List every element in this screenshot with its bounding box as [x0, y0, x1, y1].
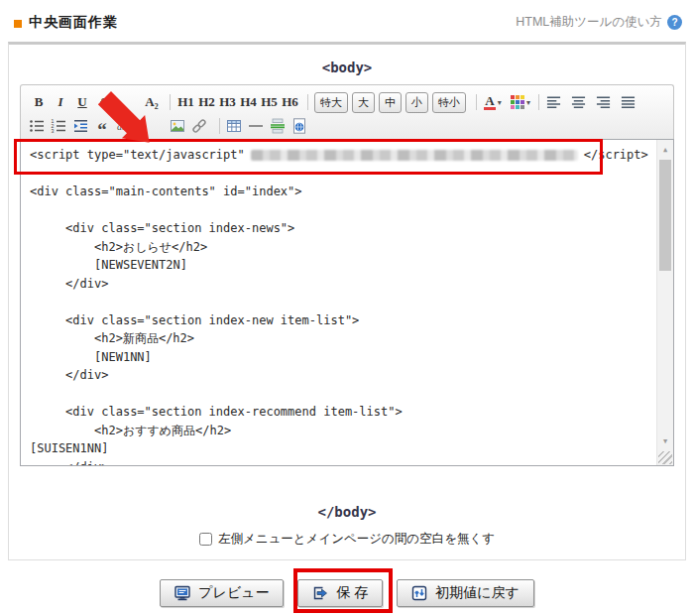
table-icon	[226, 118, 242, 134]
remove-gap-option: 左側メニューとメインページの間の空白を無くす	[9, 530, 685, 548]
italic-button[interactable]: I	[51, 92, 70, 112]
reset-button[interactable]: 初期値に戻す	[397, 579, 534, 607]
horizontal-rule-icon	[248, 118, 264, 134]
title-wrap: 中央画面作業	[14, 14, 118, 32]
color-palette-icon	[511, 95, 524, 109]
body-close-label: </body>	[9, 502, 685, 522]
align-justify-icon	[621, 95, 636, 110]
editor-panel: <body> B I U S A₂ H1 H2 H3 H4 H5 H6 特大 大…	[8, 42, 686, 560]
bullet-list-icon	[29, 118, 45, 134]
heading4-button[interactable]: H4	[239, 92, 258, 112]
indent-icon	[72, 118, 88, 134]
chevron-down-icon: ▾	[498, 98, 502, 107]
size-xxs-button[interactable]: 特小	[432, 92, 466, 113]
remove-gap-checkbox[interactable]	[199, 533, 212, 546]
toolbar-row-1: B I U S A₂ H1 H2 H3 H4 H5 H6 特大 大 中 小 特小…	[29, 90, 667, 114]
bold-button[interactable]: B	[29, 92, 49, 112]
help-question-icon[interactable]: ?	[667, 15, 682, 30]
html-source-code: <div class="main-contents" id="index"> <…	[30, 165, 656, 466]
reset-icon	[411, 585, 427, 601]
numbered-list-icon: 1 2 3	[51, 118, 66, 134]
html-code-textarea[interactable]: <script type="text/javascript" </script>…	[20, 139, 674, 466]
toolbar-separator	[170, 94, 171, 110]
script-close-text: </script>	[584, 146, 648, 165]
insert-div-button[interactable]: div+	[116, 118, 136, 134]
body-open-label: <body>	[9, 45, 685, 84]
insert-media-button[interactable]	[291, 118, 307, 134]
subscript-button[interactable]: A₂	[142, 92, 162, 112]
media-globe-icon	[291, 118, 307, 134]
code-content: <script type="text/javascript" </script>…	[21, 140, 656, 465]
heading6-button[interactable]: H6	[281, 92, 299, 112]
page-header: 中央画面作業 HTML補助ツールの使い方 ?	[0, 0, 694, 40]
insert-link-button[interactable]	[191, 118, 207, 134]
heading5-button[interactable]: H5	[260, 92, 279, 112]
page-title: 中央画面作業	[29, 14, 118, 32]
underline-button[interactable]: U	[72, 92, 92, 112]
page-break-button[interactable]	[270, 118, 286, 134]
chevron-down-icon: ▾	[526, 98, 530, 107]
align-justify-button[interactable]	[620, 94, 636, 110]
orange-bullet-icon	[14, 20, 22, 28]
save-icon	[312, 585, 328, 601]
blockquote-button[interactable]: “	[94, 118, 110, 134]
vertical-scrollbar[interactable]: ▲ ▼	[656, 140, 673, 465]
bullet-list-button[interactable]	[29, 118, 45, 134]
editor-toolbar: B I U S A₂ H1 H2 H3 H4 H5 H6 特大 大 中 小 特小…	[20, 84, 674, 139]
save-button-label: 保 存	[336, 584, 368, 602]
horizontal-rule-button[interactable]	[248, 118, 264, 134]
insert-image-button[interactable]	[170, 118, 185, 134]
scroll-down-button[interactable]: ▼	[657, 433, 673, 449]
script-open-text: <script type="text/javascript"	[30, 146, 245, 165]
strikethrough-button[interactable]: S	[94, 92, 114, 112]
align-center-icon	[571, 95, 586, 110]
action-buttons: プレビュー 保 存 初期値に戻す	[0, 579, 694, 607]
font-color-a-icon: A	[484, 95, 495, 110]
toolbar-separator	[219, 118, 220, 134]
preview-button[interactable]: プレビュー	[160, 579, 284, 607]
preview-button-label: プレビュー	[198, 584, 269, 602]
superscript-button[interactable]	[116, 92, 140, 112]
reset-button-label: 初期値に戻す	[435, 584, 520, 602]
align-right-icon	[596, 95, 611, 110]
scroll-up-button[interactable]: ▲	[657, 142, 673, 158]
toolbar-separator	[476, 94, 477, 110]
font-color-button[interactable]: A ▾	[483, 92, 503, 112]
blurred-script-src	[251, 150, 578, 161]
numbered-list-button[interactable]: 1 2 3	[51, 118, 66, 134]
svg-text:3: 3	[52, 128, 55, 134]
monitor-icon	[174, 585, 190, 601]
heading3-button[interactable]: H3	[218, 92, 237, 112]
scrollbar-thumb[interactable]	[659, 160, 671, 271]
size-small-button[interactable]: 小	[405, 92, 428, 113]
background-color-button[interactable]: ▾	[511, 92, 530, 112]
plus-icon: +	[129, 116, 135, 127]
toolbar-separator	[307, 94, 308, 110]
toolbar-separator	[538, 94, 539, 110]
align-center-button[interactable]	[570, 94, 586, 110]
align-left-icon	[546, 95, 561, 110]
heading2-button[interactable]: H2	[197, 92, 216, 112]
link-icon	[191, 118, 207, 134]
page-break-icon	[270, 118, 286, 134]
help-link[interactable]: HTML補助ツールの使い方 ?	[516, 14, 682, 31]
help-link-label[interactable]: HTML補助ツールの使い方	[516, 14, 662, 31]
size-xxl-button[interactable]: 特大	[314, 92, 348, 113]
remove-gap-label: 左側メニューとメインページの間の空白を無くす	[218, 531, 495, 548]
image-icon	[170, 118, 185, 134]
insert-table-button[interactable]	[226, 118, 242, 134]
align-left-button[interactable]	[545, 94, 561, 110]
size-medium-button[interactable]: 中	[379, 92, 402, 113]
script-tag-line: <script type="text/javascript" </script>	[30, 146, 656, 165]
heading1-button[interactable]: H1	[176, 92, 195, 112]
align-right-button[interactable]	[595, 94, 611, 110]
size-large-button[interactable]: 大	[352, 92, 375, 113]
indent-button[interactable]	[72, 118, 88, 134]
resize-grip[interactable]	[658, 451, 672, 464]
save-button[interactable]: 保 存	[297, 579, 383, 607]
toolbar-row-2: 1 2 3 “ div+	[29, 114, 667, 138]
